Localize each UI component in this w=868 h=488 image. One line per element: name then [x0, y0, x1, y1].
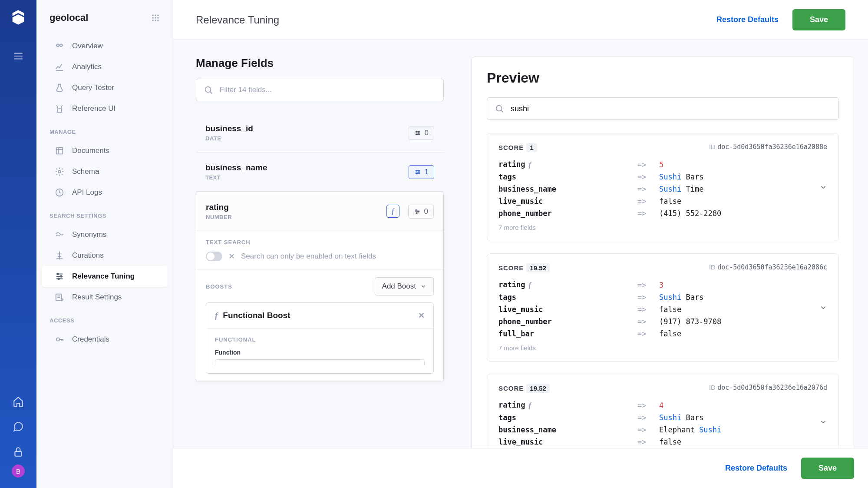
- home-icon[interactable]: [13, 396, 24, 407]
- svg-point-19: [56, 338, 59, 341]
- content-area: Relevance Tuning Restore Defaults Save M…: [173, 0, 868, 488]
- result-card: SCORE19.52 ID doc-5d0d3650fa36236e16a207…: [487, 374, 839, 448]
- svg-rect-0: [15, 451, 21, 456]
- sliders-badge[interactable]: 0: [408, 205, 434, 219]
- sliders-badge[interactable]: 0: [409, 126, 434, 140]
- sidebar-item-result-settings[interactable]: Result Settings: [42, 287, 168, 308]
- lock-icon[interactable]: [13, 446, 24, 458]
- id-value: doc-5d0d3650fa36236e16a2086c: [717, 263, 827, 271]
- left-rail: B: [0, 0, 36, 488]
- sidebar-item-label: Query Tester: [72, 83, 114, 92]
- function-select[interactable]: [215, 359, 425, 365]
- apps-grid-icon[interactable]: [151, 13, 160, 22]
- result-field-row: ratingf => 4: [498, 399, 827, 412]
- result-field-row: full_bar => false: [498, 328, 827, 340]
- manage-fields-title: Manage Fields: [196, 56, 444, 70]
- more-fields-link[interactable]: 7 more fields: [498, 344, 827, 352]
- save-button[interactable]: Save: [792, 9, 845, 30]
- sidebar-item-query-tester[interactable]: Query Tester: [42, 77, 168, 98]
- field-card-rating: rating NUMBER f 0 TEXT SEARCH ✕ Search c…: [196, 192, 444, 382]
- result-field-row: live_music => false: [498, 436, 827, 448]
- id-label: ID: [709, 384, 717, 391]
- schema-icon: [55, 167, 64, 176]
- svg-point-5: [155, 17, 156, 18]
- sidebar-item-credentials[interactable]: Credentials: [42, 329, 168, 350]
- manage-fields-panel: Manage Fields business_id DATE 0 busines…: [173, 40, 458, 448]
- sidebar-item-synonyms[interactable]: Synonyms: [42, 224, 168, 245]
- sidebar-item-reference-ui[interactable]: Reference UI: [42, 98, 168, 119]
- result-field-row: tags => Sushi Bars: [498, 291, 827, 303]
- preview-search-input[interactable]: [487, 97, 839, 120]
- id-label: ID: [709, 263, 717, 271]
- score-label: SCORE: [498, 144, 524, 151]
- function-badge: f: [386, 205, 399, 218]
- documents-icon: [55, 146, 64, 156]
- query-tester-icon: [55, 83, 64, 93]
- field-type: NUMBER: [206, 214, 232, 220]
- result-field-row: live_music => false: [498, 303, 827, 315]
- svg-point-10: [57, 44, 59, 46]
- svg-point-4: [152, 17, 154, 18]
- close-icon[interactable]: ✕: [418, 311, 425, 320]
- svg-point-2: [155, 15, 156, 16]
- sliders-badge[interactable]: 1: [409, 165, 434, 179]
- curations-icon: [55, 251, 64, 260]
- user-avatar[interactable]: B: [12, 465, 25, 478]
- field-name: business_name: [205, 163, 267, 173]
- sidebar-item-api-logs[interactable]: API Logs: [42, 182, 168, 203]
- result-card: SCORE19.52 ID doc-5d0d3650fa36236e16a208…: [487, 253, 839, 362]
- svg-point-9: [157, 20, 158, 21]
- chevron-down-icon[interactable]: [819, 304, 827, 312]
- svg-point-30: [496, 106, 502, 111]
- result-field-row: tags => Sushi Bars: [498, 171, 827, 183]
- close-icon[interactable]: ✕: [228, 252, 235, 261]
- score-value: 19.52: [526, 263, 550, 272]
- result-field-row: tags => Sushi Bars: [498, 412, 827, 424]
- sidebar-item-relevance-tuning[interactable]: Relevance Tuning: [42, 266, 168, 287]
- more-fields-link[interactable]: 7 more fields: [498, 224, 827, 231]
- filter-fields-input[interactable]: [196, 79, 444, 101]
- text-search-label: TEXT SEARCH: [206, 239, 434, 246]
- field-type: DATE: [205, 135, 253, 142]
- chevron-down-icon[interactable]: [819, 418, 827, 426]
- add-boost-button[interactable]: Add Boost: [375, 277, 434, 295]
- save-button-bottom[interactable]: Save: [801, 458, 854, 479]
- restore-defaults-button-bottom[interactable]: Restore Defaults: [725, 464, 787, 473]
- sidebar-item-label: Credentials: [72, 335, 109, 344]
- sidebar-item-curations[interactable]: Curations: [42, 245, 168, 266]
- field-name: business_id: [205, 124, 253, 133]
- sidebar-item-label: Relevance Tuning: [72, 272, 135, 281]
- nav-group-title: ACCESS: [36, 308, 173, 329]
- sidebar: geolocal OverviewAnalyticsQuery TesterRe…: [36, 0, 173, 488]
- field-row-business_id[interactable]: business_id DATE 0: [196, 113, 444, 153]
- svg-rect-12: [56, 148, 63, 154]
- function-icon: f: [215, 311, 218, 320]
- svg-point-16: [60, 276, 62, 277]
- field-row-business_name[interactable]: business_name TEXT 1: [196, 153, 444, 192]
- text-search-hint: Search can only be enabled on text field…: [241, 252, 376, 261]
- nav-group-title: SEARCH SETTINGS: [36, 203, 173, 224]
- field-name: rating: [206, 203, 232, 212]
- sidebar-item-documents[interactable]: Documents: [42, 140, 168, 161]
- result-field-row: live_music => false: [498, 195, 827, 207]
- text-search-toggle[interactable]: [206, 252, 222, 261]
- bottombar: Restore Defaults Save: [173, 448, 868, 488]
- id-value: doc-5d0d3650fa36236e16a2076d: [717, 384, 827, 392]
- menu-icon[interactable]: [13, 50, 24, 62]
- score-value: 19.52: [526, 384, 550, 393]
- sidebar-item-schema[interactable]: Schema: [42, 161, 168, 182]
- product-logo: [10, 9, 27, 26]
- result-field-row: ratingf => 5: [498, 158, 827, 171]
- sidebar-item-analytics[interactable]: Analytics: [42, 56, 168, 77]
- nav-group-title: MANAGE: [36, 119, 173, 140]
- chevron-down-icon[interactable]: [819, 183, 827, 191]
- result-field-row: business_name => Elephant Sushi: [498, 424, 827, 436]
- restore-defaults-button[interactable]: Restore Defaults: [716, 15, 779, 24]
- id-value: doc-5d0d3650fa36236e16a2088e: [717, 143, 827, 151]
- svg-point-20: [205, 87, 211, 93]
- synonyms-icon: [55, 230, 64, 239]
- sidebar-item-overview[interactable]: Overview: [42, 36, 168, 56]
- sidebar-item-label: Documents: [72, 146, 109, 155]
- score-value: 1: [526, 143, 537, 152]
- chat-icon[interactable]: [13, 421, 24, 432]
